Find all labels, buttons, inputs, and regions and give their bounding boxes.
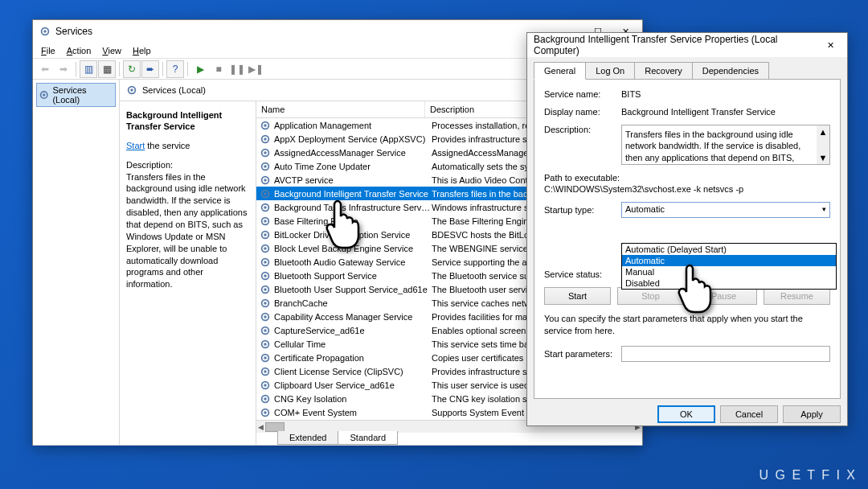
service-name: Base Filtering Engine [274,216,432,226]
props-close-button[interactable]: ✕ [817,36,844,54]
menu-view[interactable]: View [97,44,126,57]
props-tabs: General Log On Recovery Dependencies [527,57,847,80]
general-panel: Service name:BITS Display name:Backgroun… [534,79,841,399]
service-name: Bluetooth User Support Service_ad61e [274,285,432,294]
svg-point-27 [264,261,267,264]
gear-icon [260,284,271,295]
start-service-button[interactable]: ▶ [191,60,209,78]
menu-help[interactable]: Help [128,44,156,57]
export-button[interactable]: ➨ [141,60,159,78]
gear-icon [260,339,271,350]
service-name-label: Service name: [544,89,621,99]
gear-icon [260,243,271,254]
svg-point-13 [264,165,267,168]
gear-icon [260,147,271,158]
apply-button[interactable]: Apply [783,405,841,423]
svg-point-47 [264,397,267,401]
svg-point-33 [264,302,267,305]
tab-logon[interactable]: Log On [585,62,635,80]
statusbar [33,445,642,459]
service-name: Client License Service (ClipSVC) [274,367,432,376]
stop-button[interactable]: Stop [617,287,684,305]
gear-icon [260,325,271,336]
gear-icon [260,380,271,391]
description-label: Description: [126,160,249,170]
props-title: Background Intelligent Transfer Service … [534,34,817,56]
pause-button[interactable]: Pause [690,287,757,305]
service-name: CNG Key Isolation [274,394,432,404]
svg-point-23 [264,233,267,236]
restart-service-button[interactable]: ▶❚ [247,60,264,78]
gear-icon [260,393,271,405]
tab-extended[interactable]: Extended [277,431,338,445]
start-params-label: Start parameters: [544,349,621,359]
show-hide-button[interactable]: ▥ [80,60,97,78]
tab-recovery[interactable]: Recovery [634,62,692,80]
gear-icon [260,216,271,227]
help-button[interactable]: ? [166,60,184,78]
dropdown-item-disabled[interactable]: Disabled [622,277,836,289]
start-params-input[interactable] [621,346,830,362]
gear-icon [126,84,137,96]
console-tree: Services (Local) [33,80,120,445]
dropdown-item-delayed[interactable]: Automatic (Delayed Start) [622,244,836,255]
back-button[interactable]: ⬅ [36,60,54,78]
service-name: BranchCache [274,298,432,308]
tree-services-local[interactable]: Services (Local) [36,83,116,107]
gear-icon [260,229,271,240]
start-button[interactable]: Start [544,287,611,305]
pause-service-button[interactable]: ❚❚ [228,60,246,78]
stop-service-button[interactable]: ■ [210,60,227,78]
service-name: Background Intelligent Transfer Service [274,189,432,199]
svg-point-15 [264,179,267,182]
svg-point-41 [264,356,267,360]
start-service-link[interactable]: Start [126,141,145,150]
description-body: Transfers files in the background using … [126,171,249,290]
svg-point-3 [43,93,45,96]
gear-icon [260,257,271,268]
description-scrollbar[interactable]: ▲▼ [817,125,829,164]
gear-icon [260,161,271,172]
resume-button[interactable]: Resume [764,287,830,305]
svg-point-49 [264,411,267,414]
ok-button[interactable]: OK [657,405,715,423]
service-name: Cellular Time [274,339,432,349]
service-name: Bluetooth Support Service [274,271,432,281]
forward-button[interactable]: ➡ [55,60,72,78]
svg-point-17 [264,192,267,195]
main-header-text: Services (Local) [142,85,206,95]
cancel-button[interactable]: Cancel [720,405,778,423]
service-name: AssignedAccessManager Service [274,148,432,158]
props-titlebar[interactable]: Background Intelligent Transfer Service … [527,33,847,57]
service-name: AVCTP service [274,175,432,185]
gear-icon [260,175,271,186]
tab-standard[interactable]: Standard [338,431,398,445]
svg-point-45 [264,384,267,387]
refresh-button[interactable]: ↻ [123,60,141,78]
properties-dialog: Background Intelligent Transfer Service … [526,32,848,426]
gear-icon [260,352,271,364]
service-name: Certificate Propagation [274,353,432,363]
service-name: Bluetooth Audio Gateway Service [274,257,432,267]
service-name: Auto Time Zone Updater [274,162,432,171]
bottom-tabs: Extended Standard [256,431,642,445]
startup-type-dropdown[interactable]: Automatic (Delayed Start) Automatic Manu… [621,243,837,290]
dropdown-item-manual[interactable]: Manual [622,266,836,277]
display-name-value: Background Intelligent Transfer Service [621,107,830,117]
startup-type-select[interactable]: Automatic▾ [621,202,830,218]
path-value: C:\WINDOWS\System32\svchost.exe -k netsv… [544,184,830,194]
service-status-label: Service status: [544,269,621,279]
svg-point-7 [264,124,267,127]
service-name: AppX Deployment Service (AppXSVC) [274,134,432,144]
properties-button[interactable]: ▦ [98,60,116,78]
gear-icon [260,120,271,131]
tab-general[interactable]: General [534,62,586,80]
dropdown-item-automatic[interactable]: Automatic [622,255,836,266]
column-name[interactable]: Name [256,101,425,117]
tab-dependencies[interactable]: Dependencies [692,62,769,80]
svg-point-21 [264,220,267,223]
params-note: You can specify the start parameters tha… [544,313,830,338]
menu-file[interactable]: File [36,44,60,57]
menu-action[interactable]: Action [62,44,96,57]
gear-icon [260,134,271,145]
